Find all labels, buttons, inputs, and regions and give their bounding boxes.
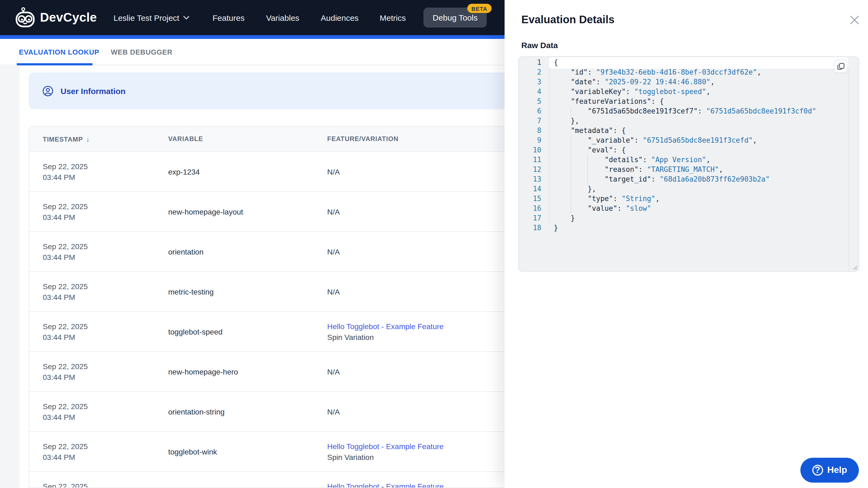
- devcycle-robot-icon: [14, 6, 36, 29]
- line-number: 15: [519, 194, 541, 204]
- close-icon[interactable]: [849, 15, 859, 25]
- raw-data-heading: Raw Data: [521, 40, 558, 50]
- table-row[interactable]: Sep 22, 202503:44 PMnew-homepage-heroN/A: [29, 352, 516, 392]
- feature-link[interactable]: Hello Togglebot - Example Feature: [327, 482, 444, 488]
- variable-cell: new-homepage-hero: [168, 367, 238, 376]
- table-row[interactable]: Sep 22, 202503:44 PMtogglebot-speedHello…: [29, 312, 516, 352]
- active-tab-underline: [17, 63, 92, 65]
- variable-cell: togglebot-speed: [168, 327, 222, 336]
- code-line: 15 "type": "String",: [519, 194, 859, 204]
- line-number: 11: [519, 155, 541, 165]
- nav-item-features[interactable]: Features: [213, 13, 244, 22]
- code-line: 2 "id": "9f3e4b32-6ebb-4d16-8bef-03dccf3…: [519, 68, 859, 77]
- table-row[interactable]: Sep 22, 202503:44 PMtogglebot-speedHello…: [29, 472, 516, 488]
- variation-label: Spin Variation: [327, 452, 516, 462]
- arrow-down-icon: ↓: [86, 135, 90, 143]
- column-header-feature-variation[interactable]: FEATURE/VARIATION: [327, 135, 516, 143]
- line-number: 1: [519, 58, 541, 68]
- nav-item-metrics[interactable]: Metrics: [380, 13, 406, 22]
- resize-grip[interactable]: [852, 264, 858, 270]
- variable-cell: orientation-string: [168, 407, 225, 416]
- line-number: 17: [519, 214, 541, 223]
- table-row[interactable]: Sep 22, 202503:44 PMorientation-stringN/…: [29, 392, 516, 432]
- line-number: 2: [519, 68, 541, 77]
- app-root: DevCycle Leslie Test Project Features Va…: [0, 0, 868, 488]
- copy-icon: [837, 62, 844, 70]
- feature-link[interactable]: Hello Togglebot - Example Feature: [327, 442, 444, 450]
- code-line: 3 "date": "2025-09-22 19:44:46.880",: [519, 77, 859, 87]
- debug-tools-label: Debug Tools: [433, 13, 477, 22]
- table-row[interactable]: Sep 22, 202503:44 PMmetric-testingN/A: [29, 272, 516, 312]
- table-row[interactable]: Sep 22, 202503:44 PMorientationN/A: [29, 232, 516, 272]
- chevron-down-icon: [184, 16, 190, 20]
- user-circle-icon: [42, 85, 54, 96]
- code-line: 5 "featureVariations": {: [519, 97, 859, 106]
- nav-item-debug-tools[interactable]: Debug Tools BETA: [424, 7, 487, 28]
- project-selector[interactable]: Leslie Test Project: [114, 13, 190, 22]
- timestamp-cell: Sep 22, 202503:44 PM: [43, 201, 168, 222]
- timestamp-cell: Sep 22, 202503:44 PM: [43, 401, 168, 422]
- line-number: 18: [519, 223, 541, 233]
- code-line: 14 },: [519, 184, 859, 194]
- timestamp-cell: Sep 22, 202503:44 PM: [43, 481, 168, 488]
- feature-na: N/A: [327, 207, 340, 216]
- variable-cell: exp-1234: [168, 167, 200, 176]
- column-header-timestamp[interactable]: TIMESTAMP↓: [29, 135, 168, 143]
- project-name: Leslie Test Project: [114, 13, 179, 22]
- devcycle-logo[interactable]: DevCycle: [14, 6, 97, 29]
- code-line: 9 "_variable": "6751d5a65bdc8ee191f3cefd…: [519, 136, 859, 145]
- question-circle-icon: ?: [812, 465, 823, 476]
- line-number: 13: [519, 174, 541, 184]
- table-row[interactable]: Sep 22, 202503:44 PMnew-homepage-layoutN…: [29, 192, 516, 232]
- brand-name: DevCycle: [40, 10, 97, 25]
- variable-cell: orientation: [168, 247, 204, 256]
- tab-web-debugger[interactable]: WEB DEBUGGER: [111, 39, 173, 65]
- code-line: 6 "6751d5a65bdc8ee191f3cef7": "6751d5a65…: [519, 106, 859, 116]
- variation-label: Spin Variation: [327, 331, 516, 343]
- code-line: 7 },: [519, 116, 859, 126]
- feature-na: N/A: [327, 407, 340, 416]
- column-header-variable[interactable]: VARIABLE: [168, 135, 327, 143]
- panel-title: Evaluation Details: [521, 13, 615, 26]
- nav-item-variables[interactable]: Variables: [266, 13, 299, 22]
- feature-na: N/A: [327, 287, 340, 296]
- tab-evaluation-lookup[interactable]: EVALUATION LOOKUP: [19, 39, 99, 65]
- line-number: 6: [519, 106, 541, 116]
- user-information-banner[interactable]: User Information: [29, 72, 517, 109]
- feature-na: N/A: [327, 367, 340, 376]
- code-lines: 1{2 "id": "9f3e4b32-6ebb-4d16-8bef-03dcc…: [519, 58, 859, 233]
- table-row[interactable]: Sep 22, 202503:44 PMexp-1234N/A: [29, 152, 516, 192]
- line-number: 9: [519, 136, 541, 145]
- raw-data-code-block[interactable]: 1{2 "id": "9f3e4b32-6ebb-4d16-8bef-03dcc…: [518, 56, 859, 272]
- code-line: 10 "eval": {: [519, 145, 859, 155]
- timestamp-cell: Sep 22, 202503:44 PM: [43, 441, 168, 462]
- timestamp-cell: Sep 22, 202503:44 PM: [43, 281, 168, 302]
- beta-badge: BETA: [467, 4, 492, 13]
- timestamp-cell: Sep 22, 202503:44 PM: [43, 161, 168, 183]
- variable-cell: metric-testing: [168, 287, 214, 296]
- table-row[interactable]: Sep 22, 202503:44 PMtogglebot-winkHello …: [29, 432, 516, 472]
- evaluation-details-panel: Evaluation Details Raw Data 1{2 "id": "9…: [504, 0, 868, 488]
- nav-item-audiences[interactable]: Audiences: [321, 13, 359, 22]
- user-information-label: User Information: [61, 86, 125, 95]
- table-header: TIMESTAMP↓ VARIABLE FEATURE/VARIATION: [29, 126, 516, 152]
- table-body: Sep 22, 202503:44 PMexp-1234N/ASep 22, 2…: [29, 152, 516, 488]
- timestamp-cell: Sep 22, 202503:44 PM: [43, 361, 168, 382]
- copy-button[interactable]: [834, 60, 847, 73]
- line-number: 10: [519, 145, 541, 155]
- help-button[interactable]: ? Help: [800, 458, 859, 483]
- feature-na: N/A: [327, 167, 340, 176]
- code-line: 18}: [519, 223, 859, 233]
- feature-link[interactable]: Hello Togglebot - Example Feature: [327, 322, 444, 330]
- variable-cell: new-homepage-layout: [168, 207, 243, 216]
- code-line: 1{: [519, 58, 859, 68]
- code-line: 16 "value": "slow": [519, 204, 859, 214]
- code-line: 4 "variableKey": "togglebot-speed",: [519, 87, 859, 97]
- code-line: 13 "target_id": "68d1a6a20b873ff62e903b2…: [519, 174, 859, 184]
- evaluations-table: TIMESTAMP↓ VARIABLE FEATURE/VARIATION Se…: [29, 126, 517, 488]
- line-number: 12: [519, 165, 541, 174]
- page-left-gutter: [0, 66, 20, 488]
- line-number: 16: [519, 204, 541, 214]
- code-line: 17 }: [519, 214, 859, 223]
- line-number: 14: [519, 184, 541, 194]
